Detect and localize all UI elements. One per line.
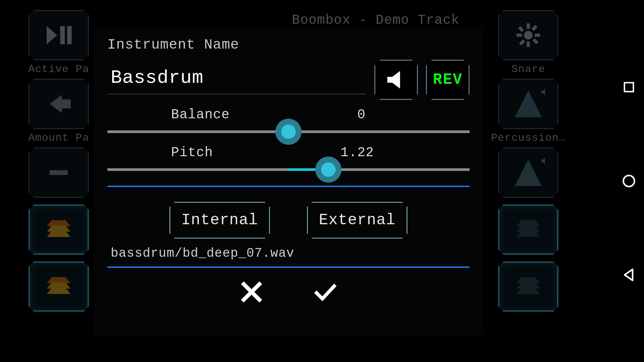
snare-label: Snare: [511, 63, 545, 75]
svg-rect-6: [518, 26, 524, 32]
divider: [107, 266, 470, 268]
pitch-label: Pitch: [171, 145, 213, 160]
svg-point-11: [624, 176, 635, 187]
svg-rect-9: [519, 40, 525, 46]
reverse-toggle-button[interactable]: REV: [426, 60, 470, 100]
modal-title: Instrument Name: [107, 37, 470, 53]
circle-icon: [622, 174, 636, 188]
pattern-chevrons-down-icon[interactable]: [498, 204, 558, 255]
instrument-snare-icon[interactable]: [498, 79, 558, 129]
pitch-slider-thumb[interactable]: [315, 157, 341, 183]
source-internal-button[interactable]: Internal: [169, 202, 270, 239]
remove-button[interactable]: [29, 147, 89, 198]
svg-rect-7: [533, 38, 539, 44]
svg-point-1: [524, 31, 533, 40]
track-title: Boombox - Demo Track: [292, 13, 460, 28]
svg-rect-4: [517, 34, 522, 37]
pitch-slider[interactable]: [107, 168, 470, 171]
android-home-button[interactable]: [621, 173, 637, 189]
pitch-value: 1.22: [340, 145, 387, 160]
check-icon: [312, 280, 339, 304]
balance-slider[interactable]: [107, 130, 470, 133]
svg-rect-5: [535, 34, 540, 37]
android-recents-button[interactable]: [621, 79, 637, 95]
back-button[interactable]: [29, 79, 89, 129]
active-patterns-label: Active Pa: [28, 63, 89, 75]
svg-rect-8: [531, 25, 537, 31]
preview-sound-button[interactable]: [374, 60, 418, 100]
balance-value: 0: [357, 107, 404, 122]
android-back-button[interactable]: [621, 267, 637, 283]
sample-file-path: bassdrum/bd_deep_07.wav: [107, 245, 470, 264]
square-icon: [622, 80, 636, 94]
play-pause-button[interactable]: [29, 10, 89, 60]
svg-rect-2: [527, 23, 530, 29]
triangle-back-icon: [622, 267, 636, 282]
svg-rect-0: [50, 170, 68, 175]
instrument-name-input[interactable]: [107, 66, 366, 94]
divider: [107, 186, 470, 187]
svg-rect-3: [527, 42, 530, 47]
balance-label: Balance: [171, 107, 230, 122]
pattern-chevrons-down-icon[interactable]: [498, 261, 558, 312]
pattern-chevrons-up-icon[interactable]: [29, 261, 89, 312]
cancel-button[interactable]: [238, 279, 265, 305]
amount-patterns-label: Amount Pa: [28, 132, 89, 144]
speaker-icon: [384, 68, 408, 92]
confirm-button[interactable]: [312, 279, 339, 305]
close-icon: [240, 280, 263, 304]
source-external-button[interactable]: External: [307, 202, 408, 239]
instrument-percussion-icon[interactable]: [498, 147, 558, 198]
balance-slider-thumb[interactable]: [275, 119, 302, 145]
svg-rect-10: [625, 83, 634, 92]
pattern-chevrons-up-icon[interactable]: [29, 204, 89, 255]
percussion-label: Percussion…: [491, 132, 566, 144]
settings-button[interactable]: [498, 10, 558, 60]
instrument-edit-modal: Instrument Name REV Balance 0 Pitch 1.22: [94, 27, 483, 335]
